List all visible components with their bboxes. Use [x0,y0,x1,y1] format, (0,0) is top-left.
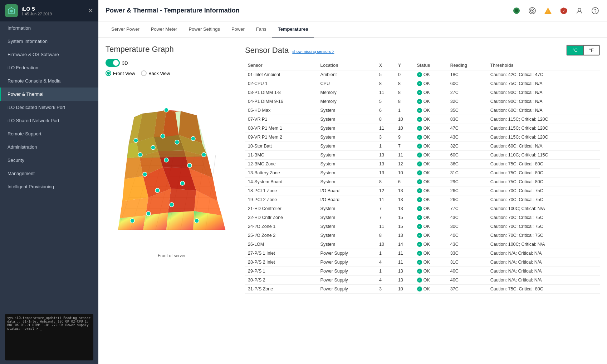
apple-icon[interactable] [512,6,521,15]
table-cell: Caution: N/A; Critical: N/A [488,258,600,267]
table-cell: Power Supply [318,276,377,285]
table-cell: Caution: 115C; Critical: 120C [488,124,600,133]
sidebar-item-ilo-federation[interactable]: iLO Federation [0,61,98,74]
sidebar-item-remote-console[interactable]: Remote Console & Media [0,74,98,88]
sidebar-item-management[interactable]: Management [0,167,98,180]
table-cell: System [318,178,377,186]
table-cell: Power Supply [318,258,377,267]
table-cell: 5 [376,97,395,106]
table-cell: 8 [395,88,414,97]
table-cell: 15 [395,222,414,231]
sensor-dot [170,203,174,207]
sidebar-item-remote-support[interactable]: Remote Support [0,127,98,140]
status-text: OK [424,72,430,77]
status-cell: ✓OK [414,151,447,160]
table-cell: 8 [376,178,395,186]
ok-icon: ✓ [417,197,422,202]
tab-power-meter[interactable]: Power Meter [145,21,183,38]
sidebar-app-name: iLO 5 [21,6,52,12]
table-row: 24-I/O Zone 1System1115✓OK30CCaution: 70… [245,222,600,231]
table-cell: 26-LOM [245,240,318,249]
table-cell: 09-VR P1 Mem 2 [245,133,318,142]
table-cell: Caution: 75C; Critical: 80C [488,178,600,186]
user-icon[interactable] [575,6,584,15]
status-text: OK [424,206,430,211]
help-icon[interactable]: ? [591,6,600,15]
table-cell: Caution: N/A; Critical: N/A [488,267,600,276]
table-row: 22-HD Cntlr ZoneSystem715✓OK43CCaution: … [245,213,600,222]
status-text: OK [424,117,430,122]
status-cell: ✓OK [414,204,447,213]
ok-icon: ✓ [417,179,422,184]
tab-fans[interactable]: Fans [250,21,272,38]
back-view-option[interactable]: Back View [141,70,170,76]
col-header-y: Y [395,61,414,70]
back-view-radio[interactable] [141,70,147,76]
table-cell: 8 [376,115,395,124]
col-header-thresholds: Thresholds [488,61,600,70]
table-cell: 31C [447,258,488,267]
tab-server-power[interactable]: Server Power [106,21,145,38]
close-icon[interactable]: ✕ [88,7,93,15]
sidebar-item-information[interactable]: Information [0,21,98,35]
target-icon[interactable] [528,6,537,15]
back-view-label: Back View [148,71,170,76]
table-cell: 4 [376,276,395,285]
topbar-icons: ! ✓ ? [512,6,600,15]
status-cell: ✓OK [414,97,447,106]
table-cell: 22-HD Cntlr Zone [245,213,318,222]
sidebar-item-ilo-dedicated[interactable]: iLO Dedicated Network Port [0,101,98,114]
warning-icon[interactable]: ! [543,6,553,15]
table-cell: 03-P1 DIMM 1-8 [245,88,318,97]
sidebar-item-power-thermal[interactable]: Power & Thermal [0,88,98,101]
col-header-reading: Reading [447,61,488,70]
table-cell: 8 [395,79,414,88]
tabs-bar: Server PowerPower MeterPower SettingsPow… [98,21,607,38]
table-cell: 27-P/S 1 Inlet [245,249,318,258]
status-cell: ✓OK [414,231,447,240]
table-cell: Power Supply [318,267,377,276]
front-view-radio[interactable] [106,70,111,76]
status-text: OK [424,188,430,193]
sidebar-item-ilo-shared[interactable]: iLO Shared Network Port [0,114,98,127]
table-cell: 26C [447,186,488,195]
table-cell: 14-System Board [245,178,318,186]
table-cell: Caution: 115C; Critical: 120C [488,133,600,142]
shield-icon[interactable]: ✓ [559,6,568,15]
table-cell: Caution: 70C; Critical: 75C [488,186,600,195]
status-text: OK [424,215,430,220]
table-cell: 13-Battery Zone [245,169,318,178]
status-cell: ✓OK [414,285,447,294]
tab-temperatures[interactable]: Temperatures [272,21,314,38]
sidebar-nav: InformationSystem InformationFirmware & … [0,21,98,310]
celsius-button[interactable]: °C [567,45,583,55]
table-row: 27-P/S 1 InletPower Supply111✓OK33CCauti… [245,249,600,258]
fahrenheit-button[interactable]: °F [583,45,599,55]
table-cell: Caution: N/A; Critical: N/A [488,276,600,285]
table-cell: Caution: 115C; Critical: 120C [488,115,600,124]
sidebar-item-firmware-os[interactable]: Firmware & OS Software [0,48,98,61]
status-cell: ✓OK [414,240,447,249]
ok-icon: ✓ [417,81,422,86]
front-view-option[interactable]: Front View [106,70,135,76]
ok-icon: ✓ [417,108,422,113]
table-row: 21-HD ControllerSystem713✓OK77CCaution: … [245,204,600,213]
sidebar-item-administration[interactable]: Administration [0,140,98,154]
tab-power[interactable]: Power [226,21,250,38]
sidebar-version: 1.45 Jun 27 2019 [21,12,52,16]
3d-toggle-switch[interactable] [106,59,120,67]
missing-sensors-link[interactable]: show missing sensors > [292,49,334,54]
table-row: 18-PCI 1 ZoneI/O Board1213✓OK26CCaution:… [245,186,600,195]
table-cell: Memory [318,97,377,106]
table-cell: 8 [376,231,395,240]
sidebar-item-security[interactable]: Security [0,154,98,167]
status-cell: ✓OK [414,79,447,88]
table-cell: 13 [376,169,395,178]
status-text: OK [424,233,430,238]
sidebar-header: iLO 5 1.45 Jun 27 2019 ✕ [0,0,98,21]
table-cell: 1 [376,267,395,276]
sidebar-item-system-information[interactable]: System Information [0,35,98,48]
sidebar-item-intelligent-provisioning[interactable]: Intelligent Provisioning [0,180,98,193]
table-row: 26-LOMSystem1014✓OK43CCaution: 100C; Cri… [245,240,600,249]
tab-power-settings[interactable]: Power Settings [183,21,225,38]
